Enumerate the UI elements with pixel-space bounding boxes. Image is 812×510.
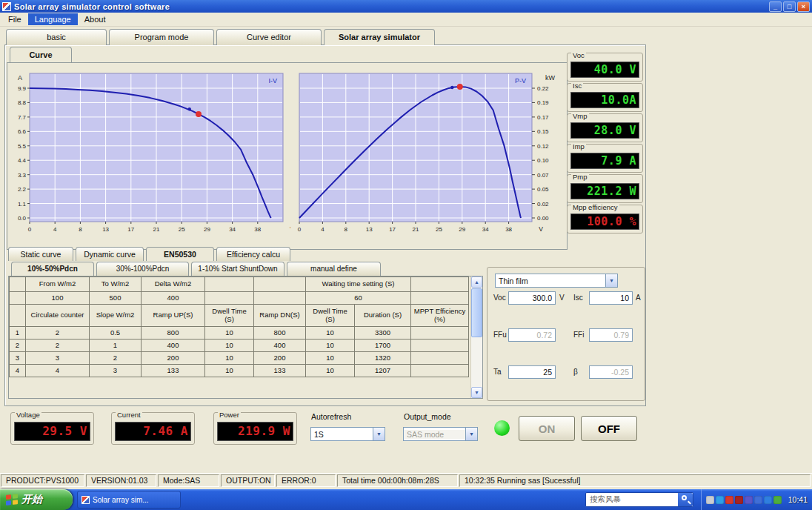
scrollbar-thumb[interactable] (471, 288, 482, 337)
sequence-table: From W/m2To W/m2Delta W/m2Waiting time s… (9, 276, 469, 377)
table-cell[interactable]: 1 (10, 327, 26, 340)
tab-curve[interactable]: Curve (10, 47, 72, 62)
dropdown-arrow-icon[interactable]: ▼ (605, 274, 617, 287)
table-cell[interactable]: 1320 (355, 352, 411, 365)
meter-label: Isc (571, 82, 583, 90)
table-cell[interactable]: 60 (306, 292, 411, 305)
table-cell[interactable]: 10 (306, 340, 355, 352)
tray-icon-7[interactable] (764, 496, 772, 504)
off-button[interactable]: OFF (581, 416, 637, 441)
svg-text:1.1: 1.1 (18, 201, 27, 208)
meter-value: 7.9 A (570, 153, 639, 169)
tray-icon-3[interactable] (725, 496, 733, 504)
table-cell[interactable]: 10 (306, 327, 355, 340)
param-input-ta[interactable]: 25 (508, 365, 556, 379)
menu-file[interactable]: File (1, 13, 28, 25)
output-mode-select[interactable]: SAS mode ▼ (403, 427, 478, 441)
table-cell[interactable] (411, 327, 469, 340)
scroll-down-button[interactable]: ▼ (471, 387, 482, 398)
table-cell[interactable] (205, 292, 254, 305)
dropdown-arrow-icon[interactable]: ▼ (465, 428, 477, 440)
subtab-10-50-pdcn[interactable]: 10%-50%Pdcn (11, 262, 94, 276)
table-cell[interactable]: 2 (10, 340, 26, 352)
table-cell[interactable]: 400 (142, 340, 205, 352)
table-cell[interactable] (254, 292, 306, 305)
table-cell[interactable]: 2 (90, 352, 142, 365)
svg-text:0: 0 (28, 226, 32, 233)
start-button[interactable]: 开始 (0, 489, 73, 510)
tray-icon-4[interactable] (735, 496, 743, 504)
param-input-isc[interactable]: 10 (589, 291, 633, 305)
table-cell[interactable]: 10 (306, 365, 355, 377)
table-cell[interactable]: 1 (90, 340, 142, 352)
close-button[interactable]: × (797, 1, 810, 12)
menu-language[interactable]: Language (28, 13, 78, 25)
tab-program-mode[interactable]: Program mode (109, 29, 214, 45)
table-cell[interactable]: 3 (26, 352, 90, 365)
table-cell[interactable] (10, 292, 26, 305)
table-cell[interactable]: 1700 (355, 340, 411, 352)
table-cell[interactable] (411, 292, 469, 305)
search-text: 搜索风暴 (586, 494, 678, 505)
tab-static-curve[interactable]: Static curve (8, 247, 73, 261)
table-cell[interactable]: 1207 (355, 365, 411, 377)
taskbar-app-button[interactable]: Solar array sim... (77, 491, 181, 509)
table-cell[interactable]: 200 (142, 352, 205, 365)
menu-about[interactable]: About (78, 13, 113, 25)
tab-solar-array-simulator[interactable]: Solar array simulator (324, 29, 435, 45)
scroll-up-button[interactable]: ▲ (471, 276, 482, 288)
table-cell[interactable]: 100 (26, 292, 90, 305)
tray-icon-6[interactable] (754, 496, 762, 504)
table-cell[interactable] (411, 365, 469, 377)
table-cell[interactable]: 2 (26, 340, 90, 352)
on-button[interactable]: ON (519, 416, 575, 441)
param-input-ffu[interactable]: 0.72 (508, 328, 556, 342)
maximize-button[interactable]: □ (783, 1, 796, 12)
tray-icon-1[interactable] (706, 496, 714, 504)
table-cell[interactable]: 200 (254, 352, 306, 365)
table-cell[interactable]: 800 (254, 327, 306, 340)
table-cell[interactable] (411, 352, 469, 365)
table-cell[interactable]: 4 (26, 365, 90, 377)
table-cell[interactable]: 800 (142, 327, 205, 340)
subtab-30-100-pdcn[interactable]: 30%-100%Pdcn (96, 262, 189, 276)
table-cell[interactable]: 10 (205, 352, 254, 365)
tab-dynamic-curve[interactable]: Dynamic curve (76, 247, 144, 261)
table-cell[interactable]: 133 (142, 365, 205, 377)
table-cell[interactable]: 10 (205, 327, 254, 340)
tab-en50530[interactable]: EN50530 (146, 247, 214, 261)
table-cell[interactable]: 3 (90, 365, 142, 377)
subtab-manual-define[interactable]: manual define (287, 262, 381, 276)
table-cell[interactable]: 400 (142, 292, 205, 305)
module-type-select[interactable]: Thin film ▼ (495, 274, 618, 288)
table-cell[interactable]: 3 (10, 352, 26, 365)
tab-efficiency-calcu[interactable]: Efficiency calcu (216, 247, 290, 261)
tray-icon-8[interactable] (773, 496, 782, 504)
table-cell[interactable]: 133 (254, 365, 306, 377)
param-input-ffi[interactable]: 0.79 (589, 328, 633, 342)
param-input-beta[interactable]: -0.25 (589, 365, 633, 379)
param-input-voc[interactable]: 300.0 (508, 291, 556, 305)
tab-curve-editor[interactable]: Curve editor (216, 29, 322, 45)
tray-icon-2[interactable] (716, 496, 724, 504)
table-cell[interactable]: 0.5 (90, 327, 142, 340)
table-cell[interactable]: 10 (205, 365, 254, 377)
table-cell[interactable]: 10 (205, 340, 254, 352)
table-cell[interactable]: 3300 (355, 327, 411, 340)
status-mode: Mode:SAS (158, 474, 219, 487)
table-cell[interactable]: 400 (254, 340, 306, 352)
table-cell[interactable]: 10 (306, 352, 355, 365)
table-cell[interactable] (411, 340, 469, 352)
table-cell[interactable]: 2 (26, 327, 90, 340)
minimize-button[interactable]: _ (769, 1, 782, 12)
autorefresh-select[interactable]: 1S ▼ (310, 427, 385, 441)
table-cell[interactable]: 500 (90, 292, 142, 305)
tray-icon-5[interactable] (745, 496, 753, 504)
dropdown-arrow-icon[interactable]: ▼ (373, 428, 385, 440)
tab-basic[interactable]: basic (6, 29, 107, 45)
vertical-scrollbar[interactable]: ▲ ▼ (470, 276, 482, 398)
table-cell[interactable]: 4 (10, 365, 26, 377)
subtab-1-10-start-shuntdown[interactable]: 1-10% Start ShuntDown (191, 262, 284, 276)
search-icon[interactable] (678, 493, 693, 506)
taskbar-search-box[interactable]: 搜索风暴 (585, 492, 693, 507)
